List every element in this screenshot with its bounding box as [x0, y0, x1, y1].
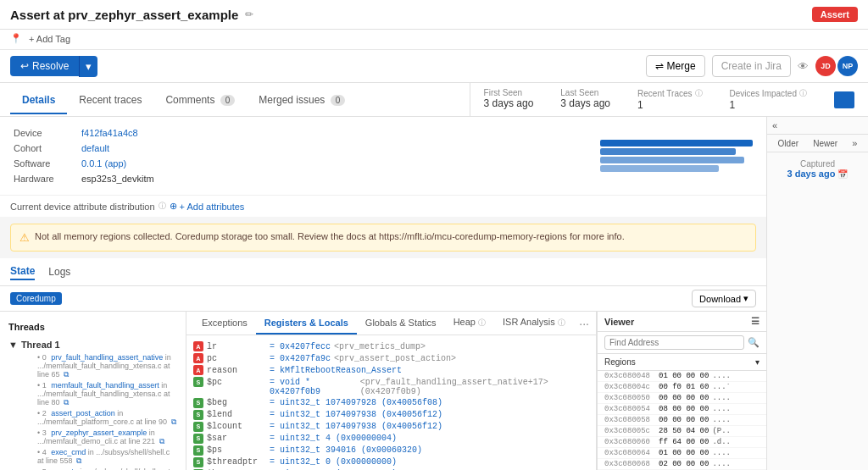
viewer-row-7: 0x3c080064 01 00 00 00 ....	[598, 448, 766, 459]
download-button[interactable]: Download ▾	[692, 290, 756, 307]
reg-badge-a-pc: A	[193, 353, 203, 363]
viewer-row-3: 0x3c080054 08 00 00 00 ....	[598, 404, 766, 415]
sidebar-collapse-left-button[interactable]: «	[772, 120, 777, 130]
frame-name-3[interactable]: prv_zephyr_assert_example	[51, 429, 147, 437]
frame-name-1[interactable]: memfault_fault_handling_assert	[51, 381, 159, 390]
reg-badge-s-beg: S	[193, 398, 203, 408]
add-attr-icon: ⊕	[170, 201, 177, 212]
viewer-regions-dropdown[interactable]: Regions ▾	[598, 354, 766, 371]
recent-traces-label: Recent Traces ⓘ	[637, 88, 702, 99]
software-value[interactable]: 0.0.1 (app)	[81, 158, 126, 169]
copy-icon-2[interactable]: ⧉	[171, 417, 176, 426]
tab-recent-traces[interactable]: Recent traces	[67, 87, 153, 114]
frame-num-1: • 1	[37, 381, 47, 390]
tab-registers-locals[interactable]: Registers & Locals	[256, 312, 357, 335]
register-list: A lr = 0x4207fecc <prv_metrics_dump> A p…	[186, 335, 596, 470]
tab-logs[interactable]: Logs	[48, 264, 70, 279]
warning-text: Not all memory regions collected. Coredu…	[35, 231, 625, 241]
thread-frames: • 0 prv_fault_handling_assert_native in …	[0, 352, 186, 470]
reg-ssar: S $sar = uint32_t 4 (0x00000004)	[193, 433, 589, 445]
frame-0[interactable]: • 0 prv_fault_handling_assert_native in …	[20, 352, 186, 380]
stat-devices-impacted: Devices Impacted ⓘ 1	[730, 88, 807, 111]
tag-bar: 📍 + Add Tag	[0, 30, 868, 50]
tab-exceptions[interactable]: Exceptions	[193, 312, 256, 335]
tab-merged-issues[interactable]: Merged issues 0	[247, 87, 357, 114]
threads-panel: Threads ▼ Thread 1 • 0 prv_fault_handlin…	[0, 312, 186, 470]
main-left: Device f412fa41a4c8	[0, 117, 766, 470]
viewer-hex-3: 08 00 00 00	[659, 405, 709, 413]
viewer-hex-0: 01 00 00 00	[659, 372, 709, 380]
captured-label: Captured	[774, 159, 861, 169]
viewer-row-6: 0x3c080060 ff 64 00 00 .d..	[598, 437, 766, 448]
copy-icon-1[interactable]: ⧉	[64, 398, 69, 406]
register-more-button[interactable]: ···	[579, 317, 589, 330]
add-tag-button[interactable]: + Add Tag	[29, 34, 70, 44]
copy-icon-4[interactable]: ⧉	[76, 456, 81, 465]
comments-badge: 0	[220, 95, 236, 106]
tab-isr-analysis[interactable]: ISR Analysis ⓘ	[494, 312, 574, 335]
frame-name-2[interactable]: assert_post_action	[51, 409, 115, 417]
device-attributes: Device f412fa41a4c8	[0, 117, 766, 217]
thread-1-label: Thread 1	[21, 340, 60, 350]
viewer-row-2: 0x3c080050 00 00 00 00 ....	[598, 393, 766, 404]
merge-icon: ⇌	[655, 60, 664, 72]
reg-name-pc: pc	[207, 354, 266, 363]
reg-spc: S $pc = void * 0x4207f0b9 <prv_fault_han…	[193, 376, 589, 397]
avatar-group: JD NP	[815, 56, 858, 76]
frame-4[interactable]: • 4 exec_cmd in .../subsys/shell/shell.c…	[20, 447, 186, 467]
merge-button[interactable]: ⇌ Merge	[646, 55, 705, 77]
viewer-row-0: 0x3c080048 01 00 00 00 ....	[598, 371, 766, 382]
viewer-title: Viewer	[604, 317, 634, 327]
viewer-hex-8: 02 00 00 00	[659, 460, 709, 468]
frame-1[interactable]: • 1 memfault_fault_handling_assert in ..…	[20, 380, 186, 408]
resolve-dropdown-button[interactable]: ▾	[79, 56, 97, 77]
resolve-main-button[interactable]: ↩ Resolve	[10, 56, 79, 76]
viewer-search-input[interactable]	[604, 335, 744, 350]
tab-comments[interactable]: Comments 0	[153, 87, 247, 114]
reg-value-slcount: = uint32_t 1074097938 (0x40056f12)	[270, 422, 442, 431]
reg-slend: S $lend = uint32_t 1074097938 (0x40056f1…	[193, 409, 589, 421]
reg-value-sps: = uint32_t 394016 (0x00060320)	[270, 445, 422, 455]
older-button[interactable]: Older	[778, 139, 798, 148]
older-newer-nav: Older Newer »	[767, 135, 868, 152]
viewer-list-icon[interactable]: ☰	[751, 316, 760, 327]
newer-button[interactable]: Newer	[813, 139, 837, 148]
device-value[interactable]: f412fa41a4c8	[81, 128, 138, 138]
frame-2[interactable]: • 2 assert_post_action in .../memfault_p…	[20, 408, 186, 428]
cohort-value[interactable]: default	[81, 143, 109, 153]
create-jira-button[interactable]: Create in Jira	[712, 55, 791, 77]
devices-impacted-value: 1	[730, 99, 736, 111]
viewer-ascii-2: ....	[712, 394, 731, 402]
edit-icon[interactable]: ✏	[245, 8, 253, 20]
tab-heap[interactable]: Heap ⓘ	[445, 312, 494, 335]
viewer-panel: Viewer ☰ 🔍 Regions ▾ 0x3c080048	[597, 312, 766, 470]
reg-desc-spc: <prv_fault_handling_assert_native+17> (0…	[360, 378, 589, 396]
tab-details[interactable]: Details	[10, 87, 67, 114]
frame-5[interactable]: • 5 execute in .../subsys/shell/shell.c …	[20, 467, 186, 470]
copy-icon-0[interactable]: ⧉	[64, 370, 69, 379]
frame-name-4[interactable]: exec_cmd	[51, 448, 86, 456]
thread-1[interactable]: ▼ Thread 1	[0, 337, 186, 352]
captured-value[interactable]: 3 days ago	[787, 169, 836, 179]
add-attributes-button[interactable]: ⊕ + Add attributes	[170, 201, 245, 212]
sidebar-expand-right-button[interactable]: »	[852, 138, 857, 148]
attr-bar-3	[600, 157, 744, 163]
copy-icon-3[interactable]: ⧉	[159, 437, 164, 445]
resolve-icon: ↩	[20, 60, 29, 72]
avatar-jd: JD	[815, 56, 836, 76]
reg-name-lr: lr	[207, 342, 266, 351]
viewer-ascii-8: ....	[712, 460, 731, 468]
viewer-ascii-5: (P..	[712, 427, 731, 435]
tab-globals-statics[interactable]: Globals & Statics	[357, 312, 445, 335]
stats-nav-container: Details Recent traces Comments 0 Merged …	[0, 83, 868, 117]
watch-icon[interactable]: 👁	[798, 60, 809, 73]
content-wrapper: Device f412fa41a4c8	[0, 117, 868, 470]
reg-name-slcount: $lcount	[207, 422, 266, 431]
frame-name-0[interactable]: prv_fault_handling_assert_native	[51, 353, 163, 362]
pin-icon: 📍	[10, 33, 22, 44]
frame-3[interactable]: • 3 prv_zephyr_assert_example in .../mem…	[20, 428, 186, 447]
viewer-addr-7: 0x3c080064	[604, 449, 655, 457]
tab-state[interactable]: State	[10, 263, 35, 280]
reg-reason: A reason = kMfltRebootReason_Assert	[193, 364, 589, 376]
device-info-table: Device f412fa41a4c8	[0, 117, 766, 196]
